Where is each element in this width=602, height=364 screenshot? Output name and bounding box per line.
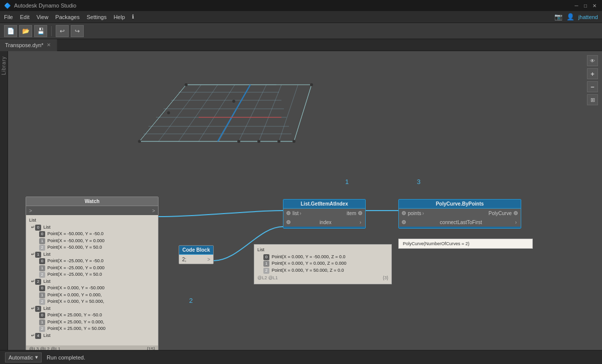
svg-line-10 [179,85,218,141]
menu-file[interactable]: File [4,14,13,20]
close-button[interactable]: ✕ [591,2,598,9]
polycurve-output: PolyCurve(NumberOfCurves = 2) [398,239,533,249]
watch-line-list: List [29,217,155,224]
watch-line-1list: ↵1 List [29,251,155,258]
code-block-header: Code Block [179,246,213,255]
code-block-node: Code Block 2; > [179,245,214,264]
popup-list-title: List [257,247,388,254]
run-mode-dropdown[interactable]: Automatic ▾ [5,352,42,362]
menu-settings[interactable]: Settings [87,14,107,20]
points-input-label: points [408,211,421,216]
watch-right-arrow[interactable]: > [152,208,155,214]
watch-toggle-row: > > [26,206,158,215]
watch-line-01: 1 Point(X = -50.000, Y = 0.000 [29,238,155,245]
connect-last-row: connectLastToFirst › [399,218,521,227]
watch-line-12: 2 Point(X = -25.000, Y = 50.0 [29,271,155,278]
svg-point-27 [277,140,280,143]
list-get-bottom [283,227,365,228]
connect-last-chevron: › [515,220,517,225]
menu-bar: File Edit View Packages Settings Help ℹ … [0,11,602,23]
list-input-label: list [292,211,298,216]
polycurve-output-text: PolyCurve(NumberOfCurves = 2) [403,241,470,246]
minimize-button[interactable]: ─ [573,2,580,9]
polycurve-header: PolyCurve.ByPoints [399,200,521,209]
tab-label: Transpose.dyn* [5,42,44,48]
zoom-out-icon[interactable]: − [587,81,598,92]
list-input-port [286,211,290,215]
code-block-value: 2; [182,257,186,262]
index-input-label: index [320,220,332,225]
menu-info[interactable]: ℹ [132,14,134,20]
popup-footer-left: @L2 @L1 [257,275,278,282]
index-input-row: index › [283,218,365,227]
polycurve-output-label: PolyCurve [489,211,512,216]
watch-footer-left: @L3 @L2 @L1 [29,346,60,350]
canvas[interactable]: 👁 + − ⊞ [8,51,602,350]
polycurve-output-port [514,211,518,215]
code-block-output-port: > [207,257,210,262]
tab-transpose[interactable]: Transpose.dyn* ✕ [0,39,57,51]
watch-line-32: 2 Point(X = 25.000, Y = 50.000 [29,325,155,332]
title-bar: 🔷 Autodesk Dynamo Studio ─ □ ✕ [0,0,602,11]
save-button[interactable]: 💾 [34,25,47,37]
watch-line-2list: ↵2 List [29,278,155,285]
toolbar: 📄 📂 💾 ↩ ↪ [0,23,602,39]
dropdown-chevron: ▾ [35,354,38,360]
watch-line-0list: ↵0 List [29,224,155,231]
svg-line-11 [199,85,235,141]
watch-footer-right: {15} [147,346,155,350]
app-icon: 🔷 [4,3,11,9]
left-sidebar[interactable]: Library [0,51,8,350]
watch-line-02: 2 Point(X = -50.000, Y = 50.0 [29,244,155,251]
watch-line-21: 1 Point(X = 0.000, Y = 0.000, [29,292,155,299]
zoom-in-icon[interactable]: + [587,68,598,79]
menu-view[interactable]: View [37,14,49,20]
connect-last-port [402,220,406,224]
node-label-2: 2 [189,297,193,304]
status-bar: Automatic ▾ Run completed. [0,350,602,364]
open-button[interactable]: 📂 [19,25,32,37]
restore-button[interactable]: □ [582,2,589,9]
tab-bar: Transpose.dyn* ✕ [0,39,602,51]
svg-point-26 [257,140,260,143]
menu-packages[interactable]: Packages [55,14,79,20]
svg-marker-17 [139,85,312,141]
watch-line-31: 1 Point(X = 25.000, Y = 0.000, [29,319,155,326]
watch-left-arrow[interactable]: > [29,208,32,214]
popup-line-0: 0 Point(X = 0.000, Y = -50.000, Z = 0.0 [257,254,388,261]
username: jhattend [578,14,598,20]
menu-edit[interactable]: Edit [20,14,30,20]
new-button[interactable]: 📄 [4,25,17,37]
points-input-port [402,211,406,215]
camera-icon: 📷 [554,13,562,21]
watch-line-30: 0 Point(X = 25.000, Y = -50.0 [29,312,155,319]
points-chevron: › [422,211,424,216]
svg-point-21 [292,140,295,143]
index-input-port [286,220,290,224]
item-output-port [358,211,362,215]
redo-button[interactable]: ↪ [71,25,84,37]
watch-content: List ↵0 List 0 Point(X = -50.000, Y = -5… [26,215,158,345]
watch-line-3list: ↵3 List [29,305,155,312]
app-title: Autodesk Dynamo Studio [14,3,76,9]
popup-line-1: 1 Point(X = 0.000, Y = 0.000, Z = 0.000 [257,260,388,267]
connect-last-label: connectLastToFirst [440,220,482,225]
menu-help[interactable]: Help [113,14,125,20]
svg-point-23 [310,83,313,86]
list-input-row: list › item [283,209,365,218]
watch-line-22: 2 Point(X = 0.000, Y = 50.000, [29,298,155,305]
undo-button[interactable]: ↩ [56,25,69,37]
right-icons: 👁 + − ⊞ [587,55,598,105]
svg-point-22 [185,83,188,86]
fit-icon[interactable]: ⊞ [587,94,598,105]
watch-line-4list: ↵4 List [29,332,155,339]
index-chevron: › [360,220,361,225]
view-icon[interactable]: 👁 [587,55,598,66]
tab-close-button[interactable]: ✕ [47,42,51,48]
watch-footer: @L3 @L2 @L1 {15} [26,345,158,350]
polycurve-node: PolyCurve.ByPoints points › PolyCurve co… [398,199,521,229]
watch-node-header: Watch [26,197,158,206]
watch-node: Watch > > List ↵0 List 0 Point(X = -50.0… [26,197,159,350]
item-output-label: item [347,211,356,216]
node-label-3: 3 [417,178,420,186]
